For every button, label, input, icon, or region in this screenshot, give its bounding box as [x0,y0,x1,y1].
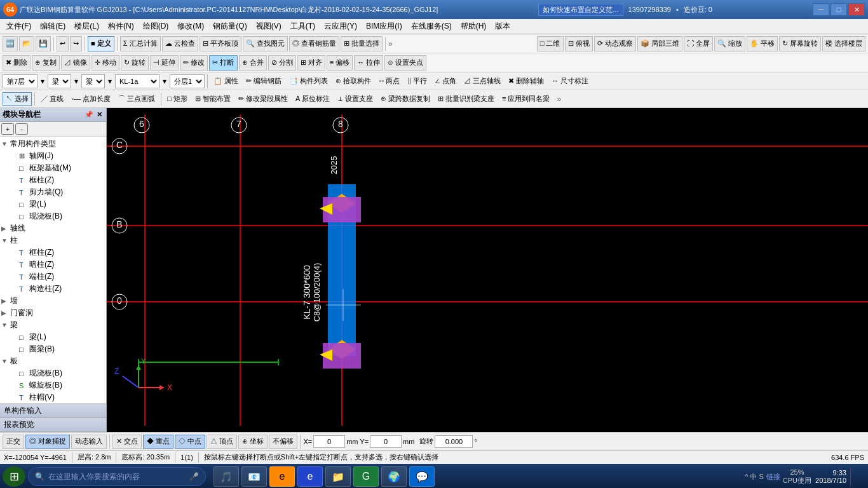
tree-end-col[interactable]: T端柱(Z) [10,271,105,283]
new-button[interactable]: 🆕 [3,36,18,51]
menu-version[interactable]: 版本 [491,20,514,33]
x-input[interactable] [313,435,345,448]
zoom-button[interactable]: 🔍 缩放 [714,36,745,51]
tree-column-section[interactable]: ▼ 柱 [1,234,105,247]
fullscreen-button[interactable]: ⛶ 全屏 [684,36,713,51]
menu-file[interactable]: 文件(F) [3,20,35,33]
minimize-button[interactable]: ─ [813,3,829,16]
start-button[interactable]: ⊞ [3,466,25,487]
copy-span-data-button[interactable]: ⊕ 梁跨数据复制 [377,92,433,106]
system-time[interactable]: 9:33 2018/7/10 [815,469,846,484]
view-rebar-button[interactable]: ◎ 查看钢筋量 [289,36,339,51]
align-button[interactable]: ⊞ 对齐 [297,55,325,71]
remove-icon[interactable]: - [15,123,28,135]
taskbar-app-excel[interactable]: G [353,466,379,487]
panel-pin-icon[interactable]: 📌 [85,111,93,119]
menu-modify[interactable]: 修改(M) [173,20,208,33]
parallel-button[interactable]: ∥ 平行 [404,74,430,88]
object-snap-button[interactable]: ◎ 对象捕捉 [25,435,70,449]
single-component-button[interactable]: 单构件输入 [0,404,106,418]
menu-view[interactable]: 视图(V) [252,20,285,33]
local-3d-button[interactable]: 📦 局部三维 [637,36,682,51]
tree-beam-common[interactable]: □梁(L) [10,198,105,210]
tree-col-z[interactable]: T框柱(Z) [10,174,105,186]
point-angle-button[interactable]: ∠ 点角 [431,74,459,88]
tree-struct-col[interactable]: T构造柱(Z) [10,283,105,295]
tree-frame-col[interactable]: T框柱(Z) [10,247,105,259]
open-button[interactable]: 📂 [19,36,34,51]
taskbar-search[interactable]: 🔍 在这里输入你要搜索的内容 🎤 [28,467,206,486]
taskbar-app-mail[interactable]: 📧 [241,466,267,487]
add-icon[interactable]: + [1,123,14,135]
element-type-select[interactable]: 梁 [48,74,71,88]
menu-draw[interactable]: 绘图(D) [139,20,173,33]
intersection-snap[interactable]: ✕ 交点 [112,435,142,449]
two-point-button[interactable]: ◦◦ 两点 [376,74,403,88]
align-slab-button[interactable]: ⊟ 平齐板顶 [200,36,241,51]
offset-button[interactable]: ≡ 偏移 [327,55,353,71]
break-button[interactable]: ✂ 打断 [209,55,237,71]
menu-bim[interactable]: BIM应用(I) [362,20,406,33]
apply-same-name-button[interactable]: ≡ 应用到同名梁 [499,92,553,106]
ortho-button[interactable]: 正交 [3,435,24,449]
cloud-help-button[interactable]: 如何快速布置自定义范... [538,4,623,16]
menu-tools[interactable]: 工具(T) [287,20,319,33]
tree-slab-common[interactable]: □现浇板(B) [10,210,105,222]
smart-layout-button[interactable]: ⊞ 智能布置 [192,92,234,106]
find-elem-button[interactable]: 🔍 查找图元 [243,36,288,51]
copy-button[interactable]: ⊕ 复制 [32,55,60,71]
show-desktop[interactable] [850,467,863,486]
menu-edit[interactable]: 编辑(E) [36,20,69,33]
cloud-check-button[interactable]: ☁ 云检查 [162,36,198,51]
rectangle-button[interactable]: □ 矩形 [164,92,191,106]
component-list-button[interactable]: 📑 构件列表 [286,74,331,88]
set-grip-button[interactable]: ⊙ 设置夹点 [384,55,426,71]
dynamic-input-button[interactable]: 动态输入 [71,435,107,449]
properties-button[interactable]: 📋 属性 [210,74,241,88]
define-button[interactable]: ■ 定义 [88,36,114,51]
menu-component[interactable]: 构件(N) [104,20,138,33]
canvas-area[interactable]: KL-7 300*600 C8@100/200(4) 2025 6 7 8 C … [107,108,868,432]
tree-common-types[interactable]: ▼ 常用构件类型 [1,138,105,150]
view-2d-button[interactable]: □ 二维 [537,36,564,51]
no-offset-button[interactable]: 不偏移 [269,435,297,449]
vertex-snap[interactable]: △ 顶点 [207,435,237,449]
screen-rotate-button[interactable]: ↻ 屏幕旋转 [779,36,821,51]
y-input[interactable] [370,435,402,448]
close-button[interactable]: ✕ [848,3,865,16]
tree-beam-l[interactable]: □梁(L) [10,331,105,343]
taskbar-app-files[interactable]: 📁 [325,466,351,487]
stretch-button[interactable]: ↔ 拉伸 [354,55,383,71]
menu-help[interactable]: 帮助(H) [457,20,491,33]
rotate-input[interactable] [435,435,473,448]
calc-button[interactable]: Σ 汇总计算 [120,36,161,51]
tree-slab-section[interactable]: ▼ 板 [1,355,105,367]
three-point-arc-button[interactable]: ⌒ 三点画弧 [115,92,158,106]
tree-spiral-slab[interactable]: S螺旋板(B) [10,379,105,391]
merge-button[interactable]: ⊕ 合并 [239,55,267,71]
menu-rebar-qty[interactable]: 钢筋量(Q) [209,20,250,33]
undo-button[interactable]: ↩ [57,36,69,51]
tree-wall-section[interactable]: ▶ 墙 [1,295,105,307]
in-situ-mark-button[interactable]: A 原位标注 [292,92,333,106]
edit-rebar-button[interactable]: ✏ 编辑钢筋 [243,74,285,88]
maximize-button[interactable]: □ [831,3,847,16]
report-preview-button[interactable]: 报表预览 [0,418,106,432]
level-select[interactable]: 分层1 [170,74,205,88]
batch-identify-support-button[interactable]: ⊞ 批量识别梁支座 [435,92,498,106]
tree-axis-section[interactable]: ▶ 轴线 [1,222,105,234]
tree-beam-section[interactable]: ▼ 梁 [1,319,105,331]
panel-close-icon[interactable]: ✕ [95,111,104,119]
tree-foundation[interactable]: □框架基础(M) [10,162,105,174]
element-subtype-select[interactable]: 梁 [81,74,105,88]
mirror-button[interactable]: ⊿ 镜像 [61,55,90,71]
set-support-button[interactable]: ⊥ 设置支座 [334,92,376,106]
tree-cap[interactable]: T柱帽(V) [10,391,105,403]
move-button[interactable]: ✛ 移动 [92,55,119,71]
coord-snap[interactable]: ⊕ 坐标 [238,435,268,449]
redo-button[interactable]: ↪ [70,36,82,51]
select-floor-button[interactable]: 楼 选择楼层 [822,36,865,51]
tree-axis[interactable]: ⊞轴网(J) [10,150,105,162]
line-button[interactable]: ╱ 直线 [37,92,67,106]
pick-component-button[interactable]: ⊕ 拾取构件 [332,74,374,88]
